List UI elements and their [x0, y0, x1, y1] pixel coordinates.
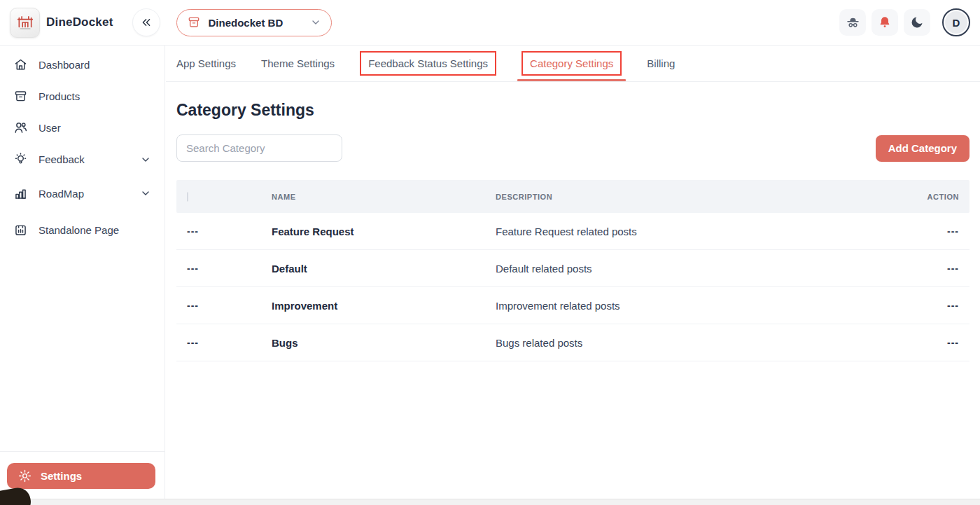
row-action-placeholder[interactable]: --- — [886, 226, 969, 237]
category-description: Feature Request related posts — [496, 226, 886, 237]
notifications-button[interactable] — [872, 9, 898, 36]
dark-mode-toggle[interactable] — [904, 9, 930, 36]
lightbulb-icon — [13, 152, 28, 167]
category-description: Default related posts — [496, 263, 886, 275]
category-name: Default — [272, 263, 496, 275]
dinedocket-logo-icon — [16, 13, 34, 32]
app-logo[interactable] — [10, 8, 40, 38]
workspace-selector[interactable]: Dinedocket BD — [176, 9, 332, 36]
row-select-placeholder: --- — [176, 263, 272, 274]
settings-tabbar: App Settings Theme Settings Feedback Sta… — [166, 46, 980, 82]
category-name: Feature Request — [272, 226, 496, 237]
sidebar-collapse-button[interactable] — [132, 8, 160, 36]
horizontal-scrollbar-track[interactable] — [0, 499, 980, 505]
incognito-button[interactable] — [839, 9, 866, 36]
row-select-placeholder: --- — [176, 337, 272, 348]
user-avatar[interactable]: D — [942, 8, 970, 36]
sidebar-item-roadmap[interactable]: RoadMap — [0, 175, 164, 212]
column-header-action: ACTION — [886, 193, 969, 201]
table-row: --- Bugs Bugs related posts --- — [176, 324, 969, 361]
archive-icon — [13, 89, 28, 104]
row-select-placeholder: --- — [176, 300, 272, 311]
row-select-placeholder: --- — [176, 226, 272, 237]
users-icon — [13, 120, 28, 135]
tab-billing[interactable]: Billing — [647, 46, 675, 81]
table-row: --- Improvement Improvement related post… — [176, 287, 969, 324]
workspace-label: Dinedocket BD — [209, 17, 284, 29]
row-action-placeholder[interactable]: --- — [886, 300, 969, 311]
chevron-down-icon — [140, 188, 151, 199]
sidebar-item-feedback[interactable]: Feedback — [0, 144, 164, 175]
chevron-down-icon — [140, 154, 151, 165]
sidebar-item-label: User — [38, 122, 61, 134]
tab-category-settings[interactable]: Category Settings — [522, 46, 622, 81]
main-content: App Settings Theme Settings Feedback Sta… — [166, 46, 980, 499]
calendar-icon — [13, 223, 28, 237]
table-header-row: NAME DESCRIPTION ACTION — [176, 180, 969, 213]
table-row: --- Default Default related posts --- — [176, 250, 969, 287]
sidebar-item-dashboard[interactable]: Dashboard — [0, 49, 164, 81]
categories-table: NAME DESCRIPTION ACTION --- Feature Requ… — [176, 180, 969, 361]
chevron-down-icon — [310, 17, 321, 28]
sidebar-item-label: Products — [38, 90, 80, 102]
tab-theme-settings[interactable]: Theme Settings — [261, 46, 335, 81]
bar-chart-icon — [13, 186, 28, 201]
brand-name: DineDocket — [46, 15, 113, 29]
settings-button-label: Settings — [41, 470, 82, 482]
workspace-archive-icon — [187, 15, 201, 29]
sidebar-item-standalone-page[interactable]: Standalone Page — [0, 212, 164, 248]
home-icon — [13, 57, 28, 72]
row-action-placeholder[interactable]: --- — [886, 337, 969, 348]
double-chevron-left-icon — [139, 15, 153, 29]
moon-icon — [910, 15, 924, 29]
sidebar-item-label: Standalone Page — [38, 224, 119, 236]
sidebar-item-label: Feedback — [38, 153, 85, 165]
page-title: Category Settings — [176, 101, 969, 120]
table-row: --- Feature Request Feature Request rela… — [176, 213, 969, 250]
category-name: Bugs — [272, 337, 496, 349]
sidebar-item-products[interactable]: Products — [0, 81, 164, 112]
select-all-checkbox[interactable] — [187, 192, 188, 202]
app-header: DineDocket Dinedocket BD — [0, 0, 980, 46]
row-action-placeholder[interactable]: --- — [886, 263, 969, 274]
sidebar-item-user[interactable]: User — [0, 112, 164, 144]
column-header-name: NAME — [272, 193, 496, 201]
sidebar-item-label: Dashboard — [38, 59, 90, 71]
column-header-description: DESCRIPTION — [496, 193, 886, 201]
category-description: Bugs related posts — [496, 337, 886, 349]
gear-icon — [18, 469, 31, 483]
sidebar-divider — [0, 451, 164, 452]
sidebar: Dashboard Products User — [0, 46, 165, 499]
tab-feedback-status-settings[interactable]: Feedback Status Settings — [360, 46, 496, 81]
tab-app-settings[interactable]: App Settings — [176, 46, 236, 81]
add-category-button[interactable]: Add Category — [876, 135, 969, 162]
sidebar-item-label: RoadMap — [38, 188, 84, 200]
avatar-initial: D — [953, 17, 960, 29]
incognito-icon — [846, 15, 860, 30]
category-name: Improvement — [272, 300, 496, 312]
settings-button[interactable]: Settings — [7, 463, 155, 489]
search-category-input[interactable] — [176, 134, 342, 162]
category-description: Improvement related posts — [496, 300, 886, 312]
bell-icon — [878, 15, 892, 29]
